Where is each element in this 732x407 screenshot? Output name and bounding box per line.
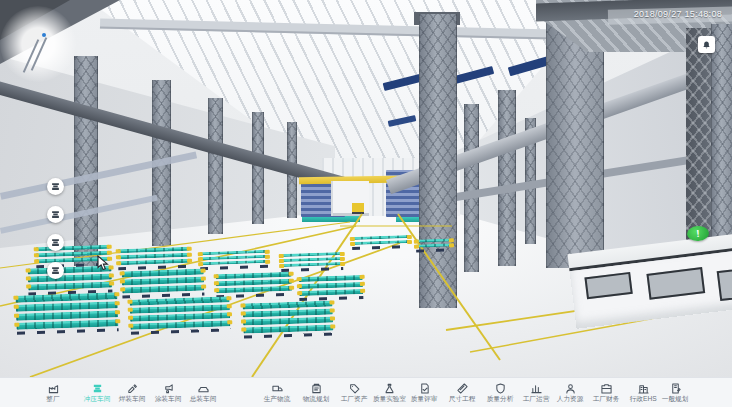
module-toolbar: 整厂冲压车间焊装车间涂装车间总装车间生产物流物流规划工厂资产质量实验室质量评审尺… [0,377,732,407]
press-machine-icon [51,210,60,219]
paint-icon [163,383,174,394]
die-layer [416,243,452,247]
die-stack [15,292,118,335]
toolbar-item-plan[interactable]: 一般规划 [651,378,699,407]
die-stack [118,247,191,270]
die-row-marker-button[interactable] [47,206,64,223]
toolbar-item-label: 涂装车间 [155,395,182,403]
toolbar-item-label: 尺寸工程 [449,395,476,403]
notification-bell-button[interactable] [698,36,715,53]
review-icon [419,383,430,394]
clipboard-icon [311,383,322,394]
die-layer [299,282,363,289]
briefcase-icon [601,383,612,394]
person-icon [565,383,576,394]
die-layer [352,235,410,240]
die-stack [200,250,269,270]
die-stack [216,272,293,299]
die-stack [281,252,344,272]
enclosure-window [646,267,705,300]
press-machine-icon [51,210,60,219]
plan-icon [670,383,681,394]
die-stack [416,238,452,252]
toolbar-item-label: 质量评审 [411,395,438,403]
toolbar-item-label: 总装车间 [190,395,217,403]
toolbar-item-label: 一般规划 [662,395,689,403]
die-layer [299,289,363,296]
press-machine-icon [51,182,60,191]
press-icon [92,383,103,394]
toolbar-item-label: 生产物流 [264,395,291,403]
die-stack [129,296,230,334]
alert-marker-label: ! [696,228,700,239]
die-stack [242,300,333,338]
asset-icon [349,383,360,394]
die-row-marker-button[interactable] [47,262,64,279]
shield-icon [495,383,506,394]
die-layer [352,240,410,245]
press-machine-icon [51,266,60,275]
toolbar-item-label: 人力资源 [557,395,584,403]
toolbar-item-label: 整厂 [46,395,59,403]
enclosure-window [717,265,732,301]
chart-icon [531,383,542,394]
die-row-marker-button[interactable] [47,234,64,251]
truck-icon [272,383,283,394]
lab-icon [384,383,395,394]
toolbar-item-label: 工厂财务 [593,395,620,403]
die-row-marker-button[interactable] [47,178,64,195]
die-stack [352,235,410,250]
building-icon [638,383,649,394]
3d-viewport[interactable]: 2018/09/27 15:48:08 ! [0,0,732,377]
toolbar-item-label: 工厂资产 [341,395,368,403]
press-machine-icon [51,238,60,247]
toolbar-item-assembly[interactable]: 总装车间 [179,378,227,407]
toolbar-item-label: 冲压车间 [84,395,111,403]
die-stack [299,275,364,301]
die-layer [416,238,452,242]
factory-digital-twin-app: 2018/09/27 15:48:08 ! 整厂冲压车间焊装车间涂装车间总装车间… [0,0,732,407]
mouse-cursor-icon [97,255,109,271]
enclosure-window [584,272,632,299]
press-machine-icon [51,182,60,191]
toolbar-item-label: 物流规划 [303,395,330,403]
toolbar-item-factory[interactable]: 整厂 [29,378,77,407]
toolbar-item-label: 焊装车间 [119,395,146,403]
toolbar-item-label: 质量分析 [487,395,514,403]
clock-timestamp: 2018/09/27 15:48:08 [0,9,722,19]
ruler-icon [457,383,468,394]
factory-icon [48,383,59,394]
welding-icon [127,383,138,394]
press-machine-icon [51,238,60,247]
die-stack [122,269,205,299]
die-layer [299,275,363,282]
bell-icon [702,40,711,50]
assembly-icon [198,383,209,394]
press-machine-icon [51,266,60,275]
